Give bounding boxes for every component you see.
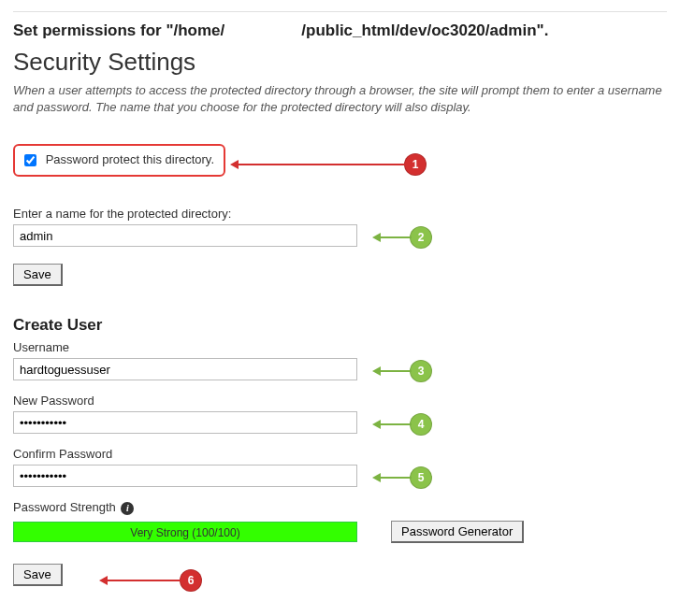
- section-description: When a user attempts to access the prote…: [13, 82, 667, 116]
- password-generator-button[interactable]: Password Generator: [391, 521, 524, 543]
- badge-5: 5: [410, 466, 432, 489]
- username-input[interactable]: [13, 358, 357, 380]
- top-divider: [13, 11, 667, 12]
- save-button-bottom[interactable]: Save: [13, 564, 63, 586]
- annotation-4: 4: [380, 413, 432, 436]
- password-strength-text: Password Strength: [13, 500, 116, 514]
- annotation-5: 5: [380, 466, 432, 489]
- dir-name-input[interactable]: [13, 224, 357, 247]
- password-protect-box: Password protect this directory.: [13, 144, 225, 177]
- annotation-6: 6: [107, 569, 202, 592]
- page-title: Set permissions for "/home//public_html/…: [13, 21, 667, 40]
- create-user-heading: Create User: [13, 316, 667, 335]
- new-password-label: New Password: [13, 394, 667, 408]
- annotation-3: 3: [380, 360, 432, 382]
- redacted-user: [224, 25, 301, 38]
- badge-1: 1: [404, 153, 427, 176]
- info-icon[interactable]: i: [121, 502, 134, 515]
- username-label: Username: [13, 340, 667, 354]
- password-protect-checkbox[interactable]: [24, 154, 36, 166]
- confirm-password-label: Confirm Password: [13, 447, 667, 461]
- confirm-password-input[interactable]: [13, 465, 357, 487]
- section-heading: Security Settings: [13, 48, 667, 77]
- badge-6: 6: [180, 569, 202, 592]
- password-strength-bar: Very Strong (100/100): [13, 522, 357, 542]
- annotation-1: 1: [238, 153, 427, 176]
- title-suffix: /public_html/dev/oc3020/admin".: [301, 21, 548, 39]
- badge-3: 3: [410, 360, 432, 382]
- new-password-input[interactable]: [13, 411, 357, 434]
- dir-name-label: Enter a name for the protected directory…: [13, 207, 667, 221]
- save-button-top[interactable]: Save: [13, 264, 63, 286]
- password-protect-label: Password protect this directory.: [46, 152, 214, 166]
- annotation-2: 2: [380, 226, 432, 249]
- password-strength-label: Password Strength i: [13, 500, 667, 515]
- title-prefix: Set permissions for "/home/: [13, 21, 224, 39]
- badge-4: 4: [410, 413, 432, 436]
- badge-2: 2: [410, 226, 432, 249]
